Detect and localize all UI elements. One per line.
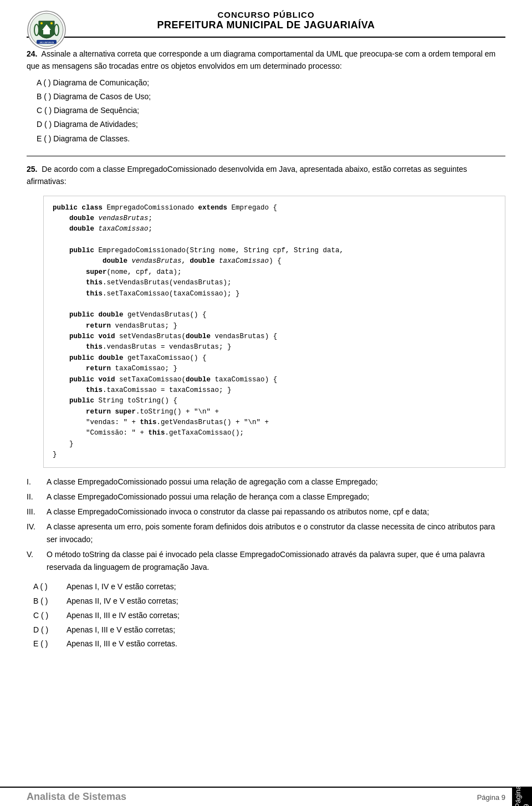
statement-ii: II. A classe EmpregadoComissionado possu… xyxy=(27,491,505,503)
roman-i: I. xyxy=(27,476,47,488)
q25-answer-e-letter: E ( ) xyxy=(33,637,66,651)
q25-answer-d-text: Apenas I, III e V estão corretas; xyxy=(66,624,505,637)
header-subtitle: PREFEITURA MUNICIPAL DE JAGUARIAÍVA xyxy=(157,19,375,31)
q24-number: 24. xyxy=(27,49,37,58)
question-24: 24. Assinale a alternativa correta que c… xyxy=(27,48,505,146)
q24-option-d: D ( ) Diagrama de Atividades; xyxy=(37,118,505,131)
q25-intro-text: De acordo com a classe EmpregadoComissio… xyxy=(27,165,467,186)
q25-answer-e-text: Apenas II, III e V estão corretas. xyxy=(66,637,505,651)
statement-v-text: O método toString da classe pai é invoca… xyxy=(47,548,505,574)
q24-options: A ( ) Diagrama de Comunicação; B ( ) Dia… xyxy=(37,76,505,146)
statement-iv: IV. A classe apresenta um erro, pois som… xyxy=(27,521,505,546)
q25-answer-d: D ( ) Apenas I, III e V estão corretas; xyxy=(33,624,505,637)
statement-i: I. A classe EmpregadoComissionado possui… xyxy=(27,476,505,488)
logo: JAGUARIAÍVA xyxy=(27,10,66,50)
q24-text: 24. Assinale a alternativa correta que c… xyxy=(27,48,505,73)
q25-answer-c-letter: C ( ) xyxy=(33,609,66,623)
q25-number: 25. xyxy=(27,165,37,174)
q24-option-e: E ( ) Diagrama de Classes. xyxy=(37,132,505,146)
roman-ii: II. xyxy=(27,491,47,503)
svg-point-5 xyxy=(50,22,53,24)
q24-option-a: A ( ) Diagrama de Comunicação; xyxy=(37,76,505,90)
page-footer: Analista de Sistemas Página 9 Página 9 xyxy=(0,787,532,806)
separator xyxy=(27,156,505,156)
statements-list: I. A classe EmpregadoComissionado possui… xyxy=(27,476,505,574)
statement-ii-text: A classe EmpregadoComissionado possui um… xyxy=(47,491,505,503)
statement-i-text: A classe EmpregadoComissionado possui um… xyxy=(47,476,505,488)
q25-intro: 25. De acordo com a classe EmpregadoComi… xyxy=(27,163,505,188)
q25-answer-e: E ( ) Apenas II, III e V estão corretas. xyxy=(33,637,505,651)
footer-role: Analista de Sistemas xyxy=(27,791,126,803)
q25-answer-b-letter: B ( ) xyxy=(33,595,66,608)
roman-iv: IV. xyxy=(27,521,47,533)
q25-answers: A ( ) Apenas I, IV e V estão corretas; B… xyxy=(33,580,505,651)
q25-answer-c-text: Apenas II, III e IV estão corretas; xyxy=(66,609,505,623)
roman-v: V. xyxy=(27,548,47,561)
q25-answer-b: B ( ) Apenas II, IV e V estão corretas; xyxy=(33,595,505,608)
statement-iii-text: A classe EmpregadoComissionado invoca o … xyxy=(47,506,505,518)
q24-body: Assinale a alternativa correta que corre… xyxy=(27,49,495,70)
header-text: CONCURSO PÚBLICO PREFEITURA MUNICIPAL DE… xyxy=(157,10,375,31)
page-container: JAGUARIAÍVA CONCURSO PÚBLICO PREFEITURA … xyxy=(0,0,532,806)
q25-answer-d-letter: D ( ) xyxy=(33,624,66,637)
q24-option-b: B ( ) Diagrama de Casos de Uso; xyxy=(37,90,505,104)
statement-iv-text: A classe apresenta um erro, pois somente… xyxy=(47,521,505,546)
page-label: Página 9 xyxy=(477,793,505,802)
svg-point-4 xyxy=(40,22,43,24)
page-number: Página 9 xyxy=(514,785,530,806)
question-25: 25. De acordo com a classe EmpregadoComi… xyxy=(27,163,505,651)
header-title: CONCURSO PÚBLICO xyxy=(157,10,375,19)
q25-answer-a-letter: A ( ) xyxy=(33,580,66,594)
statement-iii: III. A classe EmpregadoComissionado invo… xyxy=(27,506,505,518)
page-header: JAGUARIAÍVA CONCURSO PÚBLICO PREFEITURA … xyxy=(27,10,505,38)
q25-answer-a: A ( ) Apenas I, IV e V estão corretas; xyxy=(33,580,505,594)
q25-answer-a-text: Apenas I, IV e V estão corretas; xyxy=(66,580,505,594)
q25-answer-c: C ( ) Apenas II, III e IV estão corretas… xyxy=(33,609,505,623)
code-block: public class EmpregadoComissionado exten… xyxy=(43,196,505,468)
svg-text:JAGUARIAÍVA: JAGUARIAÍVA xyxy=(39,41,54,44)
q24-option-c: C ( ) Diagrama de Sequência; xyxy=(37,104,505,118)
q25-answer-b-text: Apenas II, IV e V estão corretas; xyxy=(66,595,505,608)
roman-iii: III. xyxy=(27,506,47,518)
statement-v: V. O método toString da classe pai é inv… xyxy=(27,548,505,574)
